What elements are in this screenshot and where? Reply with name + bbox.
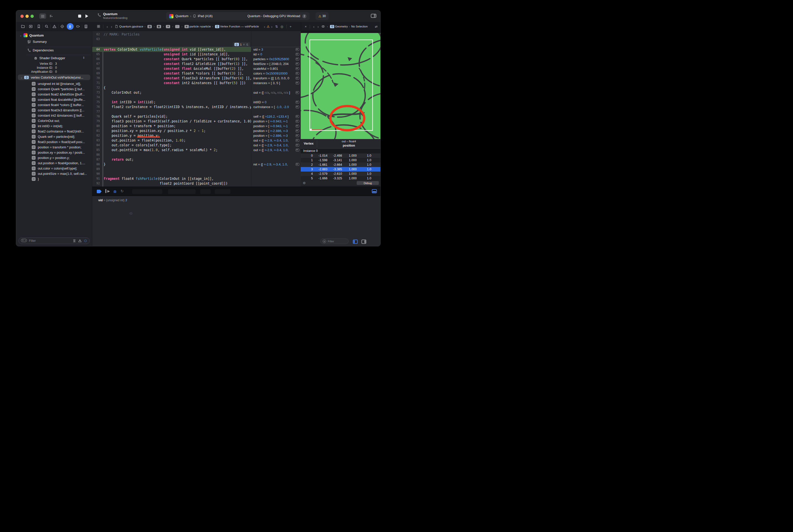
flatten-icon[interactable] (73, 239, 76, 243)
forward-button[interactable]: › (270, 24, 274, 29)
filter-menu-icon[interactable] (21, 239, 27, 243)
shader-variable-row[interactable]: vid = 3 (251, 47, 301, 52)
code-line-68[interactable]: 68 constant float &scaleMul [[buffer(2) … (92, 66, 251, 71)
statement-item[interactable]: constant float4 *colors [[ buffer... (32, 102, 91, 108)
variable-row[interactable]: vid = (unsigned int) 3 (98, 198, 127, 202)
gear-icon[interactable]: ⚙ (303, 181, 306, 185)
swap-horizontal-icon[interactable]: ⇄ (373, 25, 379, 28)
shader-variable-row[interactable]: colors = 0x1500910000 (251, 71, 301, 76)
statement-item[interactable]: unsigned int iid [[instance_id]], (32, 81, 91, 87)
run-destination[interactable]: iPad (A16) (198, 14, 213, 18)
shader-variable-row[interactable]: iid = 0 (251, 52, 301, 57)
line-number[interactable]: 81 (92, 129, 101, 133)
line-number[interactable]: 76 (92, 104, 101, 109)
line-number[interactable]: 92 (92, 181, 101, 186)
line-number[interactable]: 67 (92, 61, 101, 66)
code-line-62[interactable]: 62// MARK: Particles (92, 32, 251, 37)
code-line-75[interactable]: 75 int intIID = int(iid); (92, 100, 251, 104)
code-line-85[interactable]: 85 out.pointSize = max(1.0, self.radius … (92, 148, 251, 152)
inspect-value-icon[interactable] (296, 144, 299, 147)
list-icon[interactable]: ≣ (185, 25, 189, 28)
line-number[interactable]: 62 (92, 32, 101, 37)
code-line-90[interactable]: 90 (92, 172, 251, 176)
navigator-tab-warning-icon[interactable] (51, 23, 58, 30)
shader-variable-row[interactable]: position = [ ≈-2.886, ≈-3 (251, 129, 301, 133)
scheme-selector[interactable]: Quantum › iPad (A16) Quantum - Debugging… (166, 12, 310, 20)
shader-variable-row[interactable]: instances = [ 3, 5 ] (251, 81, 301, 86)
inspect-value-icon[interactable] (296, 48, 299, 51)
navigator-tab-bookmark-icon[interactable] (35, 23, 42, 30)
line-number[interactable]: 70 (92, 76, 101, 81)
shader-variable-row[interactable]: curInstance = [ -1.0, -2.0 (251, 104, 301, 109)
vertex-row-3[interactable]: 3-2.883-3.3851.0001.0 (301, 167, 381, 172)
iteration-scrubber[interactable]: {}1⇕/1 (233, 42, 250, 47)
inspect-value-icon[interactable] (296, 72, 299, 75)
statement-item[interactable]: int intIID = int(iid); (32, 124, 91, 129)
navigator-tab-search-icon[interactable] (43, 23, 51, 30)
line-number[interactable]: 85 (92, 148, 101, 152)
vertex-row-1[interactable]: 1-1.598-3.1411.0001.0 (301, 158, 381, 163)
statement-item[interactable]: } (32, 176, 91, 182)
line-number[interactable]: 73 (92, 90, 101, 95)
line-number[interactable]: 64 (92, 47, 101, 52)
line-number[interactable]: 86 (92, 152, 101, 157)
code-line-69[interactable]: 69 constant float4 *colors [[ buffer(3) … (92, 71, 251, 76)
inspect-value-icon[interactable] (296, 53, 299, 56)
code-line-81[interactable]: 81 position.xy = position.xy / position.… (92, 129, 251, 133)
circles-icon[interactable]: ∵ (175, 25, 180, 28)
code-line-71[interactable]: 71 constant int2 &instances [[ buffer(5)… (92, 81, 251, 86)
inspect-value-icon[interactable] (296, 120, 299, 123)
line-number[interactable]: 77 (92, 109, 101, 114)
jumpbar-item[interactable]: particle->particle (189, 25, 211, 28)
inspect-value-icon[interactable] (296, 115, 299, 118)
code-line-66[interactable]: 66 constant Quark *particles [[ buffer(0… (92, 57, 251, 61)
code-line-74[interactable]: 74 (92, 95, 251, 100)
shader-variable-row[interactable]: out = {[ ≈-2.9, ≈-3.4, 1.0, (251, 138, 301, 143)
line-number[interactable]: 65 (92, 52, 101, 57)
variables-view-toggle-icon[interactable] (353, 240, 358, 244)
navigator-tab-xsquare-icon[interactable] (27, 23, 35, 30)
code-line-84[interactable]: 84 out.color = colors[self.type]; (92, 143, 251, 148)
swap-vertical-icon[interactable]: ⇅ (274, 25, 279, 28)
archive-icon[interactable]: ▤ (147, 25, 152, 28)
inspector-toggle-button[interactable] (371, 14, 376, 19)
inspect-value-icon[interactable] (296, 67, 299, 70)
statement-item[interactable]: out.position = float4(position, 1.... (32, 160, 91, 166)
vertex-row-0[interactable]: 0-1.014-2.4981.0001.0 (301, 153, 381, 158)
forward-button[interactable]: › (316, 24, 320, 29)
navigator-tab-folder-icon[interactable] (19, 23, 27, 30)
navigator-tab-checkmark-diamond-icon[interactable] (58, 23, 66, 30)
warning-filter-icon[interactable] (78, 239, 82, 243)
line-number[interactable]: 80 (92, 124, 101, 129)
braces-icon[interactable]: {} (215, 25, 219, 28)
add-icon[interactable]: + (288, 25, 293, 28)
code-line-87[interactable]: 87 return out; (92, 157, 251, 162)
line-number[interactable]: 84 (92, 143, 101, 148)
statement-item[interactable]: constant float &scaleMul [[buffe... (32, 97, 91, 102)
line-number[interactable]: 87 (92, 157, 101, 162)
vertex-row-2[interactable]: 2-1.661-2.6641.0001.0 (301, 163, 381, 167)
inspect-value-icon[interactable] (296, 149, 299, 151)
vertex-row-5[interactable]: 5-1.666-3.3251.0001.0 (301, 176, 381, 180)
statement-item[interactable]: position.xy = position.xy / positi... (32, 150, 91, 155)
editor-options-button[interactable] (48, 13, 54, 19)
statement-item[interactable]: constant float3x3 &transform [[... (32, 108, 91, 113)
back-button[interactable]: ‹ (312, 24, 316, 29)
code-line-79[interactable]: 79 float3 position = float3(self.positio… (92, 119, 251, 124)
code-line-89[interactable]: 89 (92, 167, 251, 172)
statement-item[interactable]: out.pointSize = max(1.0, self.rad... (32, 171, 91, 176)
code-line-67[interactable]: 67 constant float2 &fieldSize [[buffer(1… (92, 61, 251, 66)
line-number[interactable]: 83 (92, 138, 101, 143)
updown-chevrons-icon[interactable]: ⇕ (83, 56, 85, 59)
shader-variable-row[interactable]: position = [ ≈-0.943, ≈-1 (251, 124, 301, 129)
inspect-value-icon[interactable] (296, 91, 299, 94)
line-number[interactable]: 66 (92, 57, 101, 61)
back-button[interactable]: ‹ (262, 24, 267, 29)
line-number[interactable]: 68 (92, 66, 101, 71)
zoom-window-button[interactable] (31, 15, 34, 18)
navigator-tab-report-icon[interactable] (82, 23, 90, 30)
jumpbar-item[interactable]: Quantum.gputrace (119, 25, 143, 28)
inspect-value-icon[interactable] (296, 130, 299, 132)
jumpbar-item[interactable]: Vertex Function — vshParticle (220, 25, 259, 28)
navigator-tab-tag-icon[interactable] (74, 23, 82, 30)
